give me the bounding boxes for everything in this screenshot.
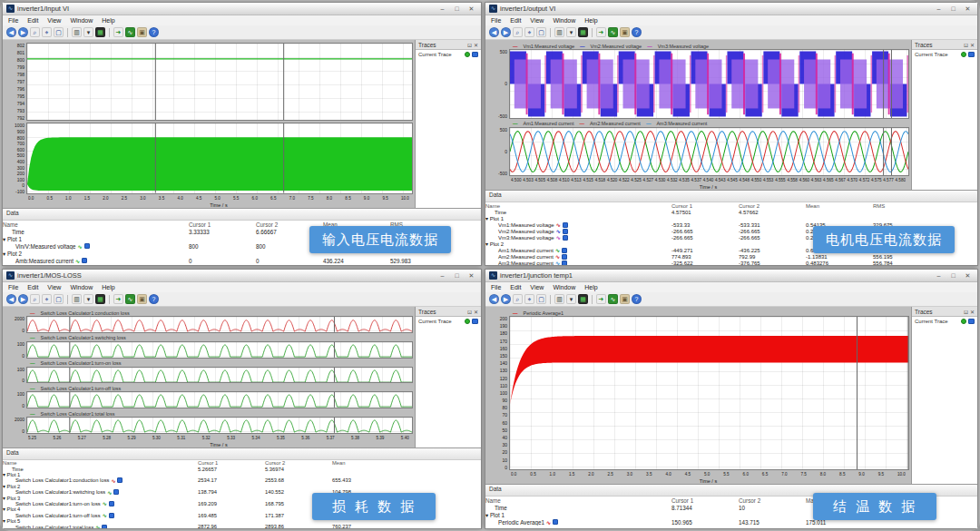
menu-view[interactable]: View <box>47 284 61 290</box>
trace-visible-icon[interactable] <box>961 52 966 57</box>
signal-row[interactable]: Am3:Measured current∿-325.622-376.7650.4… <box>485 260 977 265</box>
menu-view[interactable]: View <box>530 17 544 24</box>
menu-view[interactable]: View <box>47 17 61 24</box>
menu-file[interactable]: File <box>491 17 501 24</box>
plot-frame[interactable] <box>26 341 413 359</box>
trace-toggle-icon[interactable] <box>113 489 119 495</box>
trace-color-icon[interactable] <box>968 319 975 324</box>
menu-help[interactable]: Help <box>102 284 114 290</box>
maximize-button[interactable]: □ <box>947 272 959 279</box>
menu-window[interactable]: Window <box>553 17 575 24</box>
minimize-button[interactable]: – <box>933 272 945 279</box>
trace-toggle-icon[interactable] <box>562 248 567 253</box>
close-icon[interactable]: ✕ <box>474 309 478 315</box>
trace-toggle-icon[interactable] <box>563 235 568 241</box>
step-icon[interactable]: ➜ <box>596 27 606 37</box>
plot-frame[interactable] <box>26 417 413 434</box>
help-icon[interactable]: ? <box>149 27 159 37</box>
trace-toggle-icon[interactable] <box>84 243 90 249</box>
trace-toggle-icon[interactable] <box>109 501 114 506</box>
next-view-icon[interactable]: ▶ <box>18 27 28 37</box>
trace-toggle-icon[interactable] <box>563 222 568 228</box>
zoom-fit-icon[interactable]: ▢ <box>54 294 64 304</box>
menu-window[interactable]: Window <box>553 284 575 290</box>
help-icon[interactable]: ? <box>632 294 642 304</box>
time-row[interactable]: Time4.575014.57662 <box>485 209 977 215</box>
menu-edit[interactable]: Edit <box>27 17 38 24</box>
previous-view-icon[interactable]: ◀ <box>489 27 499 37</box>
export-image-icon[interactable]: ▣ <box>620 294 630 304</box>
menu-edit[interactable]: Edit <box>27 284 38 290</box>
close-icon[interactable]: ✕ <box>970 309 975 315</box>
signal-row[interactable]: Am2:Measured current∿774.893792.99-1.138… <box>485 253 977 260</box>
signal-row[interactable]: Switch Loss Calculator1:total loss∿2872.… <box>3 524 481 528</box>
plot-frame[interactable] <box>26 123 413 194</box>
plot-frame[interactable] <box>509 49 909 119</box>
trace-toggle-icon[interactable] <box>82 258 87 263</box>
trace-row[interactable]: Current Trace <box>416 50 481 59</box>
scope-icon[interactable]: ∿ <box>125 294 135 304</box>
close-button[interactable]: ✕ <box>962 272 974 280</box>
plot-frame[interactable] <box>509 316 909 470</box>
zoom-icon[interactable]: ⌕ <box>513 27 523 37</box>
minimize-button[interactable]: – <box>933 5 945 12</box>
export-image-icon[interactable]: ▣ <box>137 27 147 37</box>
zoom-fit-icon[interactable]: ▢ <box>54 27 64 37</box>
menu-file[interactable]: File <box>491 284 501 290</box>
trace-visible-icon[interactable] <box>961 319 966 324</box>
titlebar[interactable]: ∿ inverter1/junction temp1 – □ ✕ <box>485 270 977 282</box>
maximize-button[interactable]: □ <box>451 272 463 279</box>
cursors-icon[interactable]: ▥ <box>72 27 82 37</box>
maximize-button[interactable]: □ <box>947 5 959 12</box>
plot-group-row[interactable]: ▾ Plot 1 <box>485 215 977 221</box>
cursors-icon[interactable]: ▥ <box>554 27 564 37</box>
dock-icon[interactable]: ⊡ <box>467 42 472 48</box>
menu-edit[interactable]: Edit <box>510 17 521 24</box>
menu-window[interactable]: Window <box>70 17 93 24</box>
close-button[interactable]: ✕ <box>466 272 477 280</box>
fourier-icon[interactable]: ▦ <box>578 294 588 304</box>
cursors-menu-icon[interactable]: ▾ <box>83 27 93 37</box>
step-icon[interactable]: ➜ <box>113 294 123 304</box>
close-button[interactable]: ✕ <box>466 5 477 13</box>
minimize-button[interactable]: – <box>436 5 448 12</box>
help-icon[interactable]: ? <box>632 27 642 37</box>
scope-icon[interactable]: ∿ <box>608 294 618 304</box>
zoom-fit-icon[interactable]: ▢ <box>536 27 546 37</box>
menu-edit[interactable]: Edit <box>510 284 521 290</box>
trace-visible-icon[interactable] <box>465 52 470 57</box>
signal-row[interactable]: Amb:Measured current∿00436.224529.983 <box>3 257 481 264</box>
close-icon[interactable]: ✕ <box>474 42 478 48</box>
menu-view[interactable]: View <box>530 284 544 290</box>
menu-help[interactable]: Help <box>584 284 597 290</box>
cursors-menu-icon[interactable]: ▾ <box>566 27 576 37</box>
trace-toggle-icon[interactable] <box>553 519 558 525</box>
titlebar[interactable]: ∿ inverter1/output VI – □ ✕ <box>485 3 977 15</box>
trace-color-icon[interactable] <box>472 52 478 57</box>
trace-color-icon[interactable] <box>472 319 478 324</box>
cursors-icon[interactable]: ▥ <box>554 294 564 304</box>
step-icon[interactable]: ➜ <box>113 27 123 37</box>
zoom-fit-icon[interactable]: ▢ <box>536 294 546 304</box>
step-icon[interactable]: ➜ <box>596 294 606 304</box>
maximize-button[interactable]: □ <box>451 5 463 12</box>
titlebar[interactable]: ∿ inverter1/MOS-LOSS – □ ✕ <box>3 270 481 282</box>
plot-frame[interactable] <box>26 316 413 333</box>
close-icon[interactable]: ✕ <box>970 42 975 48</box>
plot-area[interactable]: 2001901801701601501401301201101009080706… <box>485 307 911 484</box>
menu-window[interactable]: Window <box>70 284 93 290</box>
fourier-icon[interactable]: ▦ <box>95 294 105 304</box>
plot-frame[interactable] <box>26 43 413 121</box>
titlebar[interactable]: ∿ inverter1/Input VI – □ ✕ <box>3 3 481 15</box>
trace-visible-icon[interactable] <box>465 319 470 324</box>
menu-help[interactable]: Help <box>584 17 597 24</box>
trace-toggle-icon[interactable] <box>562 254 567 260</box>
next-view-icon[interactable]: ▶ <box>18 294 28 304</box>
close-button[interactable]: ✕ <box>962 5 974 13</box>
plot-frame[interactable] <box>26 391 413 408</box>
zoom-range-icon[interactable]: ⌖ <box>42 27 52 37</box>
trace-row[interactable]: Current Trace <box>912 317 977 326</box>
scope-icon[interactable]: ∿ <box>608 27 618 37</box>
trace-toggle-icon[interactable] <box>563 229 568 234</box>
minimize-button[interactable]: – <box>436 272 448 279</box>
